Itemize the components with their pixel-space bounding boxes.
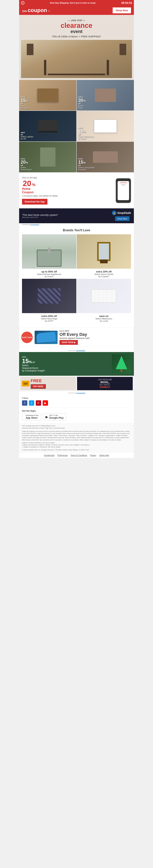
privacy-link[interactable]: Privacy [90,454,96,457]
simplisafe-bar: "The best home security system" Wirecutt… [19,208,134,223]
brand-kraus[interactable]: up to 55% off Select Kitchen Appliances … [22,234,76,278]
shoe-sub: Summer apparel clearance sale! [59,337,132,339]
product-grid: extra 15 % off Select Furniture* extra 3… [19,80,134,172]
ck-content: extra 15 % off Select Seasonal Decor by … [22,354,131,373]
google-play-button[interactable]: ▶ GET IT ON Google Play [43,413,66,421]
product-cell-rugs[interactable]: extra 30 % off Select Rugs* [77,80,134,111]
shoe-powered-link[interactable]: ExchangeAd [76,349,85,351]
legal-forward: Received this email from a friend? Sign … [22,427,131,429]
rugs-img [95,89,116,102]
rug-shape [38,288,61,304]
brand-kraus-image [22,234,76,269]
app-buttons: Download on the App Store ▶ GET IT ON Go… [22,413,131,421]
brand-osti-name: by OSTI* [23,320,76,322]
mattress-image [77,279,131,313]
hero-title: clearance event [21,22,132,34]
play-icon: ▶ [46,415,48,419]
countdown-timer: 49:54:53 [121,1,132,4]
shoe-powered-by: Powered by ExchangeAd [19,349,134,352]
simplisafe-powered-link[interactable]: ExchangeAd [30,224,39,225]
product-cell-mattress[interactable]: extra 10 % off Select Mattresses by Seal… [77,111,134,142]
coupon-off-label: 15% [22,10,27,12]
ck-discount: 15 % off [22,358,110,364]
simplisafe-shop-now-button[interactable]: Shop Now [115,216,129,221]
brand-lucid[interactable]: save on Select Mattresses by Lucid [77,279,131,323]
ck-product: Seasonal Decor [22,367,110,369]
hero-image [21,40,132,78]
online-help-link[interactable]: Online Help [99,454,109,457]
facebook-icon[interactable]: f [22,400,27,406]
bombas-like-regular: LIKE REGULAR [98,378,112,381]
homedecor-overlay: extra 20 % off Select Home Decor* [21,158,32,171]
ck-tree-image [112,354,131,373]
app-discount: 20 % [22,180,116,187]
product-cell-laptops[interactable]: save on Select Laptops by JSI [19,111,76,142]
brand-lucid-name: by Lucid [77,320,130,322]
brand-kraus-desc: Select Kitchen Appliances [23,273,76,275]
simplisafe-logo-text: SimpliSafe [117,211,131,214]
dewalt-ad: Dewalt TOOLS FREE TAP HERE [20,377,76,390]
brands-title: Brands You'll Love [22,228,131,232]
hero-subtitle: 70% off 1000s of items* + FREE SHIPPING* [21,35,132,38]
brands-section: Brands You'll Love up to 55% off Select … [19,226,134,326]
legal-trademark: † Subject to limitations or restrictions… [22,446,131,448]
bombas-but: BUT MAGIC [100,384,110,386]
shoe-image [34,331,57,344]
dewalt-tap-button[interactable]: TAP HERE [31,384,46,389]
bombas-powered-link[interactable]: ExchangeAd [76,392,85,394]
year-end-text: — year end — [21,19,132,22]
vase-shape [100,259,108,263]
product-cell-livingroom[interactable]: extra 15 % off Select Living Room Furnit… [77,142,134,172]
shoe-shop-now-button[interactable]: SHOP NOW ▶ [59,340,78,345]
shoe-shape [36,332,56,343]
play-store-text: GET IT ON Google Play [49,414,64,419]
overstock-logo: O [21,1,24,5]
simplisafe-quote: "The best home security system" [22,214,58,216]
footer-links-bar: Unsubscribe Preferences Terms & Conditio… [19,453,134,458]
pinterest-icon[interactable]: P [36,400,41,406]
tree-trunk [121,369,122,372]
play-store-sublabel: GET IT ON [49,414,64,416]
event-text: event [71,29,83,34]
ad-banner: Dewalt TOOLS FREE TAP HERE LIKE REGULAR … [19,376,134,391]
play-store-name: Google Play [49,416,64,419]
legal-body: †Daily off Coupons can only be used in c… [22,430,131,441]
twitter-icon[interactable]: t [29,400,34,406]
bombas-ad: LIKE REGULAR WOOL, BUT MAGIC BOMBAS [77,377,133,390]
terms-link[interactable]: Terms & Conditions [71,454,87,457]
product-cell-furniture[interactable]: extra 15 % off Select Furniture* [19,80,76,111]
simplisafe-logo-area: 🔒 SimpliSafe [112,211,131,215]
coupon-shop-now-button[interactable]: Shop Now [113,7,131,13]
laptop-img [38,120,57,132]
furniture-img [37,89,58,102]
brand-coaster[interactable]: extra 10% off Select Home Goods by Coast… [77,234,131,278]
table-surface [48,74,105,75]
dewalt-logo: Dewalt TOOLS [22,381,29,386]
brand-osti-discount: extra 20% off [23,315,76,317]
follow-label: Follow: [22,397,131,399]
app-phone-mockup: overstock 20% off [116,178,131,203]
coupon-label: 15% coupon ™ [22,7,50,13]
mirror-image [77,234,131,269]
coupon-word: coupon [28,7,47,13]
ck-off: % [29,360,32,364]
app-store-button[interactable]: Download on the App Store [22,413,41,421]
shoe-up-to: Up to 80% [59,330,132,332]
unsubscribe-link[interactable]: Unsubscribe [44,454,54,457]
brand-osti[interactable]: extra 20% off Select Area Rugs by OSTI* [22,279,76,323]
brands-grid: up to 55% off Select Kitchen Appliances … [22,234,131,323]
social-icons: f t P ▶ [22,400,131,406]
mattress-sealy-img [94,119,117,133]
rug-image [22,279,76,313]
chair-right [120,44,126,55]
legal-copyright: © 2018 Overstock.com, Inc. All rights re… [22,449,131,451]
preferences-link[interactable]: Preferences [57,454,68,457]
clearance-text: clearance [61,22,92,29]
brads-logo: Brad's Deals [21,332,33,343]
ck-off-label: off [32,361,35,364]
product-cell-homedecor[interactable]: extra 20 % off Select Home Decor* [19,142,76,172]
youtube-icon[interactable]: ▶ [43,400,48,406]
mattress-overlay: extra 10 % off Select Mattresses by Seal… [78,127,93,140]
app-phone-screen: overstock 20% off [118,181,129,200]
download-app-button[interactable]: Download the App [22,199,47,205]
